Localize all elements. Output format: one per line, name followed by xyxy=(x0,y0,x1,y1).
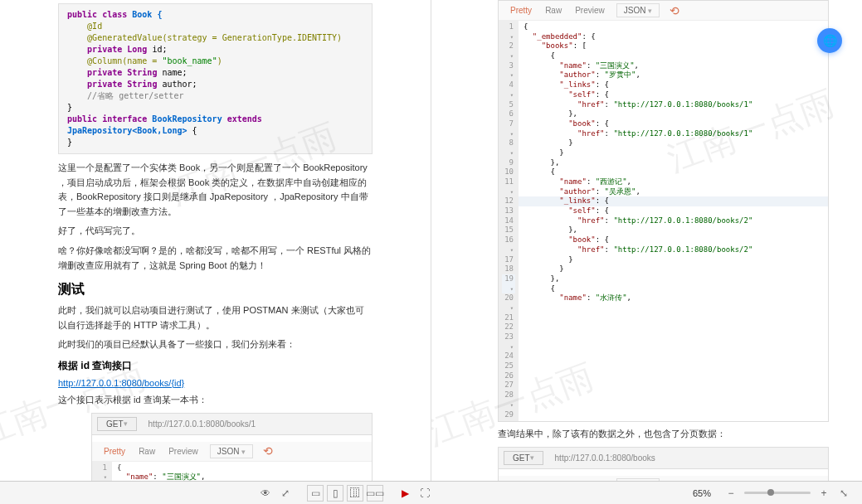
method-dropdown[interactable]: GET xyxy=(97,417,137,431)
postman-panel-left: GET http://127.0.0.1:8080/books/1 Pretty… xyxy=(91,413,373,481)
tab-raw[interactable]: Raw xyxy=(132,444,162,458)
response-body: 123456789101112 { "name": "三国演义", "autho… xyxy=(92,462,372,481)
zoom-in-icon[interactable]: + xyxy=(816,485,832,502)
translate-fab[interactable]: 🌐 xyxy=(817,28,842,53)
two-page-icon[interactable]: ⿲ xyxy=(347,485,363,502)
response-tabs: Pretty Raw Preview JSON ⟲ xyxy=(499,1,828,21)
response-body: 1234567891011121314151617181920212223242… xyxy=(499,21,828,421)
paragraph: 这里一个是配置了一个实体类 Book，另一个则是配置了一个 BookReposi… xyxy=(58,161,373,219)
url-input[interactable]: http://127.0.0.1:8080/books xyxy=(548,452,828,464)
json-content: { "name": "三国演义", "author": "罗贯中", "_lin… xyxy=(112,462,372,481)
tab-preview[interactable]: Preview xyxy=(568,3,611,17)
pdf-toolbar: 👁 ⤢ ▭ ▯ ⿲ ▭▭ ▶ ⛶ 65% − + ⤡ xyxy=(0,481,862,504)
heading-query-by-id: 根据 id 查询接口 xyxy=(58,359,373,373)
format-dropdown[interactable]: JSON xyxy=(210,444,253,458)
wrap-icon[interactable]: ⟲ xyxy=(666,4,683,17)
scroll-icon[interactable]: ▯ xyxy=(327,485,343,502)
java-code-block: public class Book { @Id @GeneratedValue(… xyxy=(58,3,373,154)
gutter: 1234567891011121314151617181920212223242… xyxy=(499,21,519,421)
play-icon[interactable]: ▶ xyxy=(397,485,413,502)
request-bar: GET http://127.0.0.1:8080/books xyxy=(499,448,828,469)
paragraph: 此时，我们就可以启动项目进行测试了，使用 POSTMAN 来测试（大家也可以自行… xyxy=(58,303,373,332)
tab-raw[interactable]: Raw xyxy=(538,3,568,17)
eye-icon[interactable]: 👁 xyxy=(257,485,274,502)
response-tabs: Pretty Raw Preview JSON ⟲ xyxy=(92,442,372,462)
method-dropdown[interactable]: GET xyxy=(504,451,543,465)
zoom-slider[interactable] xyxy=(744,492,811,494)
expand-icon[interactable]: ⤡ xyxy=(835,485,852,502)
heading-test: 测试 xyxy=(58,281,373,298)
request-bar: GET http://127.0.0.1:8080/books/1 xyxy=(92,414,372,435)
zoom-actual-icon[interactable]: ⤢ xyxy=(277,485,294,502)
paragraph: 好了，代码写完了。 xyxy=(58,224,373,239)
book-view-icon[interactable]: ▭▭ xyxy=(367,485,383,502)
zoom-out-icon[interactable]: − xyxy=(723,485,739,502)
tab-preview[interactable]: Preview xyxy=(162,444,205,458)
postman-panel-right-2: GET http://127.0.0.1:8080/books Pretty R… xyxy=(498,447,829,481)
zoom-level: 65% xyxy=(693,488,711,498)
tab-pretty[interactable]: Pretty xyxy=(97,444,132,458)
paragraph: 啥？你好像啥都没写啊？是的，啥都没写，啥都不用写，一个 RESTful 风格的增… xyxy=(58,244,373,273)
url-input[interactable]: http://127.0.0.1:8080/books/1 xyxy=(142,418,372,430)
format-dropdown[interactable]: JSON xyxy=(616,3,660,17)
json-content: { "_embedded": { "books": [ { "name": "三… xyxy=(519,21,828,421)
paragraph: 这个接口表示根据 id 查询某一本书： xyxy=(58,393,373,408)
gutter: 123456789101112 xyxy=(92,462,112,481)
api-link[interactable]: http://127.0.0.1:8080/books/{id} xyxy=(58,378,373,388)
wrap-icon[interactable]: ⟲ xyxy=(260,444,276,458)
tab-pretty[interactable]: Pretty xyxy=(504,3,538,17)
postman-panel-right-1: Pretty Raw Preview JSON ⟲ 12345678910111… xyxy=(498,0,829,422)
fullscreen-icon[interactable]: ⛶ xyxy=(416,485,433,502)
paragraph: 查询结果中，除了该有的数据之外，也包含了分页数据： xyxy=(498,427,829,442)
single-page-icon[interactable]: ▭ xyxy=(307,485,324,502)
paragraph: 此时我们的项目已经默认具备了一些接口，我们分别来看： xyxy=(58,337,373,352)
